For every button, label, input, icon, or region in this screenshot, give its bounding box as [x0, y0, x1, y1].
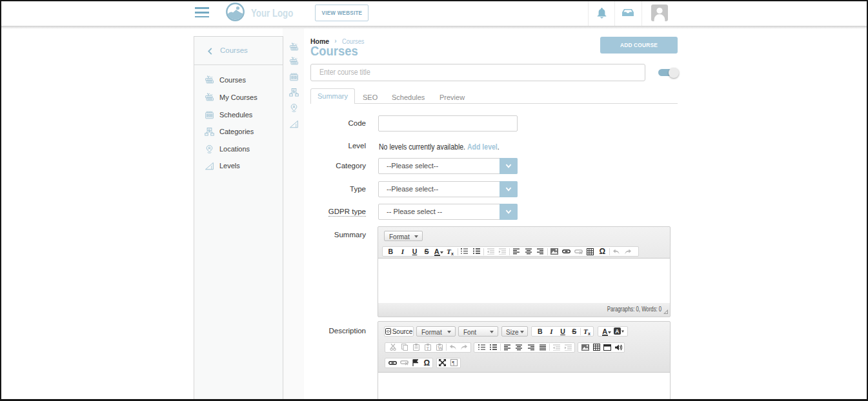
svg-text:¶: ¶: [452, 360, 455, 366]
svg-text:A: A: [615, 328, 619, 335]
svg-text:T: T: [427, 346, 430, 351]
svg-text:x: x: [588, 331, 590, 335]
svg-text:x: x: [451, 251, 454, 255]
svg-text:W: W: [438, 346, 443, 351]
